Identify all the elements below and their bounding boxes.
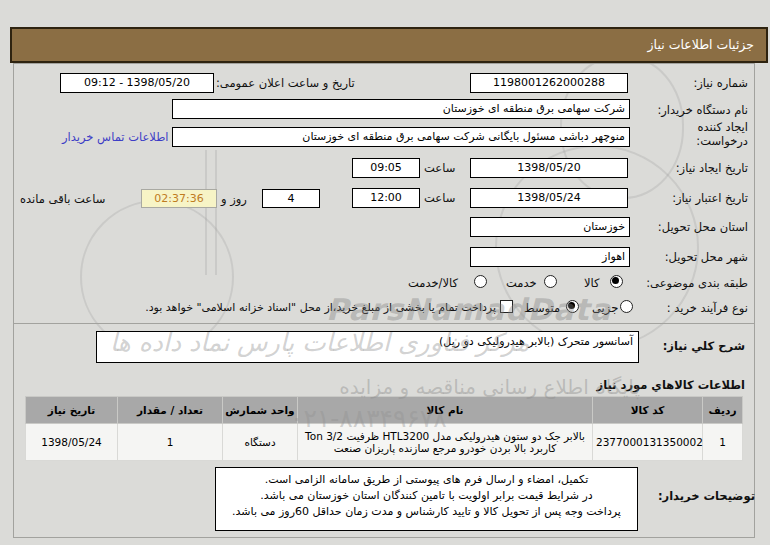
items-section-heading: اطلاعات کالاهاي مورد نياز	[597, 378, 745, 392]
radio-medium-label: متوسط	[524, 301, 560, 315]
items-table-row: 1 2377000131350002 بالابر جک دو ستون هید…	[26, 424, 743, 461]
need-details-page: ParsNamadData مرکز فناوری اطلاعات پارس ن…	[0, 0, 770, 545]
radio-minor-label: جزیی	[592, 301, 618, 315]
cell-item-code: 2377000131350002	[593, 424, 703, 461]
buyer-note-line: در شرایط قیمت برابر اولویت با تامین کنند…	[216, 488, 637, 504]
items-table-header-row: ردیف کد کالا نام کالا واحد شمارش تعداد /…	[26, 397, 743, 424]
cell-unit: دستگاه	[223, 424, 298, 461]
radio-goods-service-label: کالا/خدمت	[408, 276, 458, 290]
col-item-code: کد کالا	[593, 397, 703, 424]
city-field[interactable]: اهواز	[470, 247, 630, 267]
radio-goods[interactable]	[610, 275, 623, 288]
col-need-date: تاریخ نیاز	[26, 397, 118, 424]
announce-datetime-label: تاریخ و ساعت اعلان عمومی:	[216, 76, 355, 90]
remaining-days-field: 4	[262, 189, 320, 208]
province-label: استان محل تحویل:	[658, 220, 748, 234]
city-label: شهر محل تحویل:	[665, 250, 748, 264]
category-label: طبقه بندی موضوعی:	[646, 276, 748, 290]
buyer-org-label: نام دستگاه خریدار:	[657, 103, 748, 117]
need-number-field[interactable]: 1198001262000288	[470, 73, 628, 93]
create-time-field[interactable]: 09:05	[352, 158, 420, 178]
items-table: ردیف کد کالا نام کالا واحد شمارش تعداد /…	[25, 396, 743, 461]
create-hour-label: ساعت	[424, 161, 455, 175]
valid-time-field[interactable]: 12:00	[352, 188, 420, 208]
creator-field[interactable]: منوچهر دباشی مسئول بایگانی شرکت سهامی بر…	[172, 127, 630, 147]
treasury-label: پرداخت تمام یا بخشی از مبلغ خرید،از محل …	[55, 301, 496, 314]
radio-service[interactable]	[544, 275, 557, 288]
cell-item-name: بالابر جک دو ستون هیدرولیکی مدل HTL3200 …	[298, 424, 593, 461]
col-quantity: تعداد / مقدار	[118, 397, 223, 424]
col-item-name: نام کالا	[298, 397, 593, 424]
radio-goods-label: کالا	[584, 276, 600, 290]
buyer-note-line: تکمیل، امضاء و ارسال فرم های پیوستی از ط…	[216, 472, 637, 488]
create-date-field[interactable]: 1398/05/20	[470, 158, 628, 178]
need-number-label: شماره نیاز:	[693, 76, 748, 90]
announce-datetime-field[interactable]: 09:12 - 1398/05/20	[60, 73, 214, 93]
buyer-notes-field[interactable]: تکمیل، امضاء و ارسال فرم های پیوستی از ط…	[215, 467, 638, 531]
page-title: جزئیات اطلاعات نیاز	[10, 27, 768, 63]
radio-goods-service[interactable]	[474, 275, 487, 288]
valid-date-label: تاریخ اعتبار نیاز:	[672, 191, 748, 205]
radio-medium[interactable]	[566, 300, 579, 313]
process-type-label: نوع فرآیند خرید :	[667, 301, 748, 315]
creator-label: ایجاد کننده درخواست:	[660, 120, 748, 148]
province-field[interactable]: خوزستان	[470, 217, 630, 237]
remaining-suffix: ساعت باقی مانده	[20, 192, 105, 206]
need-desc-label: شرح کلي نياز:	[663, 339, 745, 353]
buyer-note-line: پرداخت وجه پس از تحویل کالا و تایید کارش…	[216, 504, 637, 520]
create-date-label: تاریخ ایجاد نیاز:	[676, 161, 748, 175]
valid-hour-label: ساعت	[424, 191, 455, 205]
remaining-days-suffix: روز و	[221, 192, 247, 206]
treasury-checkbox[interactable]	[500, 300, 513, 313]
radio-service-label: خدمت	[506, 276, 537, 290]
col-unit: واحد شمارش	[223, 397, 298, 424]
cell-row-number: 1	[703, 424, 743, 461]
cell-quantity: 1	[118, 424, 223, 461]
need-desc-field[interactable]: آسانسور متحرک (بالابر هیدرولیکی دو ریل)	[96, 331, 639, 363]
col-row-number: ردیف	[703, 397, 743, 424]
radio-minor[interactable]	[620, 300, 633, 313]
buyer-org-field[interactable]: شرکت سهامی برق منطقه ای خوزستان	[172, 99, 630, 119]
valid-date-field[interactable]: 1398/05/24	[470, 188, 628, 208]
remaining-time-field: 02:37:36	[141, 189, 217, 208]
cell-need-date: 1398/05/24	[26, 424, 118, 461]
buyer-notes-label: توضیحات خریدار:	[658, 489, 755, 503]
buyer-contact-link[interactable]: اطلاعات تماس خریدار	[62, 130, 169, 144]
